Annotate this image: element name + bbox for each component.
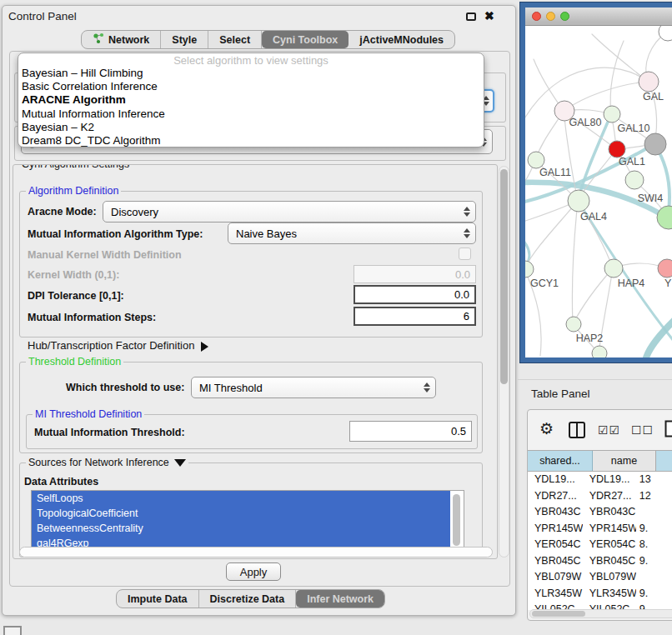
table-row[interactable]: YBL079WYBL079W <box>528 569 672 586</box>
network-node[interactable] <box>566 317 581 332</box>
network-node[interactable] <box>658 259 672 278</box>
dpi-tolerance-field[interactable]: 0.0 <box>354 285 476 304</box>
deselect-all-columns-icon[interactable]: ☐☐ <box>631 423 654 437</box>
table-cell: YLR345W <box>583 586 636 602</box>
tab-network[interactable]: Network <box>82 31 161 48</box>
mi-threshold-field[interactable]: 0.5 <box>349 421 472 442</box>
algorithm-option[interactable]: Basic Correlation Inference <box>18 80 484 93</box>
table-row[interactable]: YDR27...YDR27...12 <box>528 488 672 505</box>
column-header[interactable]: shared... <box>528 451 593 471</box>
list-horizontal-scrollbar[interactable] <box>19 547 493 558</box>
new-table-icon[interactable] <box>664 420 672 441</box>
tab-label: jActiveMNodules <box>359 34 444 46</box>
mi-steps-field[interactable]: 6 <box>354 307 476 326</box>
tab-impute-data[interactable]: Impute Data <box>117 590 199 608</box>
columns-icon[interactable] <box>569 422 585 438</box>
network-node[interactable] <box>528 152 544 168</box>
kernel-width-field[interactable]: 0.0 <box>354 265 476 283</box>
aracne-mode-label: Aracne Mode: <box>28 206 97 218</box>
algorithm-option[interactable]: Bayesian – Hill Climbing <box>18 67 484 80</box>
table-cell: 8. <box>636 537 672 553</box>
tab-label: Select <box>219 34 250 46</box>
network-node[interactable] <box>639 72 659 92</box>
network-node-label: GAL80 <box>569 117 602 128</box>
network-node[interactable] <box>657 206 672 229</box>
tab-infer-network[interactable]: Infer Network <box>296 590 384 608</box>
manual-kernel-width-checkbox[interactable] <box>459 248 471 260</box>
aracne-mode-combo[interactable]: Discovery <box>103 201 476 222</box>
network-node[interactable] <box>525 261 534 278</box>
tab-style[interactable]: Style <box>161 31 208 48</box>
network-node[interactable] <box>604 259 623 278</box>
collapsed-arrow-icon <box>201 342 208 352</box>
table-row[interactable]: YBR043CYBR043C <box>528 504 672 521</box>
network-tab-icon <box>93 32 104 47</box>
tab-label: Cyni Toolbox <box>273 34 338 46</box>
tab-label: Impute Data <box>128 593 188 605</box>
network-canvas[interactable]: GALGAL80GAL10GAL1GAL11SWI4GAL4GCY1HAP4YH… <box>525 26 672 358</box>
network-node[interactable] <box>625 171 644 189</box>
table-row[interactable]: YDL19...YDL19...13 <box>528 472 672 488</box>
table-row[interactable]: YPR145WYPR145W9. <box>528 521 672 538</box>
table-cell: YBL079W <box>583 569 636 586</box>
algorithm-option[interactable]: Dream8 DC_TDC Algorithm <box>18 134 484 148</box>
minimize-traffic-light-icon[interactable] <box>546 12 555 21</box>
network-node[interactable] <box>659 26 672 41</box>
table-cell: YER054C <box>528 537 583 553</box>
close-traffic-light-icon[interactable] <box>532 12 541 21</box>
tab-discretize-data[interactable]: Discretize Data <box>199 590 297 608</box>
gear-icon[interactable]: ⚙ <box>539 420 554 438</box>
network-node-label: GAL <box>643 91 664 102</box>
apply-button[interactable]: Apply <box>226 562 281 581</box>
which-threshold-combo[interactable]: MI Threshold <box>191 377 436 398</box>
table-row[interactable]: YLR345WYLR345W9. <box>528 586 672 602</box>
tab-select[interactable]: Select <box>208 31 262 48</box>
network-node[interactable] <box>609 141 625 158</box>
zoom-traffic-light-icon[interactable] <box>560 12 569 21</box>
attribute-item[interactable]: SelfLoops <box>32 491 450 506</box>
network-node-label: GAL4 <box>580 211 607 222</box>
close-icon[interactable]: ✖ <box>484 9 494 22</box>
table-cell: YBR043C <box>583 504 636 521</box>
algorithm-option[interactable]: Mutual Information Inference <box>18 108 484 121</box>
network-node[interactable] <box>644 133 666 155</box>
column-header[interactable]: A <box>656 451 672 471</box>
table-horizontal-scrollbar[interactable] <box>529 609 672 618</box>
select-all-columns-icon[interactable]: ☑☑ <box>598 423 620 437</box>
mi-algorithm-type-combo[interactable]: Naive Bayes <box>228 222 476 244</box>
float-window-icon[interactable] <box>466 12 476 21</box>
table-cell: YDL19... <box>583 472 636 488</box>
network-node[interactable] <box>604 106 620 122</box>
list-scrollbar-thumb[interactable] <box>453 494 460 546</box>
hub-definition-toggle[interactable]: Hub/Transcription Factor Definition <box>28 339 208 352</box>
table-cell: YDL19... <box>528 472 583 488</box>
settings-scrollbar-thumb[interactable] <box>500 169 508 384</box>
network-edge[interactable] <box>646 319 672 358</box>
network-node[interactable] <box>592 346 607 358</box>
attribute-item[interactable]: BetweennessCentrality <box>32 521 450 536</box>
network-window-titlebar[interactable] <box>525 8 672 26</box>
network-edge[interactable] <box>610 41 624 114</box>
network-node[interactable] <box>568 190 589 212</box>
network-edge[interactable] <box>592 34 648 82</box>
algorithm-option[interactable]: Bayesian – K2 <box>18 121 484 134</box>
network-edge[interactable] <box>572 201 578 324</box>
tab-cyni-toolbox[interactable]: Cyni Toolbox <box>262 31 349 48</box>
column-header[interactable]: name <box>593 451 656 471</box>
kernel-width-value: 0.0 <box>455 268 470 281</box>
tab-jactivemnodules[interactable]: jActiveMNodules <box>349 31 454 48</box>
sources-group-title[interactable]: Sources for Network Inference <box>26 457 188 468</box>
table-scrollbar-thumb[interactable] <box>532 611 585 617</box>
network-edge[interactable] <box>525 201 578 269</box>
table-row[interactable]: YBR045CYBR045C9. <box>528 553 672 570</box>
network-node-label: SWI4 <box>638 192 664 204</box>
algorithm-placeholder: Select algorithm to view settings <box>18 54 484 67</box>
network-edge[interactable] <box>525 68 648 124</box>
network-edge[interactable] <box>573 268 613 324</box>
attribute-item[interactable]: TopologicalCoefficient <box>32 506 450 521</box>
data-attributes-list[interactable]: SelfLoopsTopologicalCoefficientBetweenne… <box>31 490 464 551</box>
table-row[interactable]: YER054CYER054C8. <box>528 537 672 553</box>
minimized-window[interactable] <box>3 626 22 635</box>
algorithm-option[interactable]: ARACNE Algorithm <box>18 93 484 107</box>
network-edge[interactable] <box>564 82 648 111</box>
